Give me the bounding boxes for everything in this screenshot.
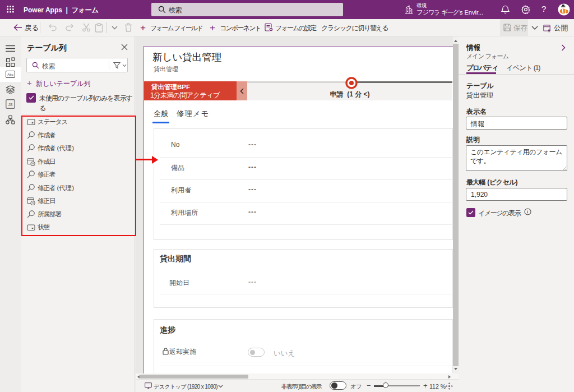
svg-text:Abc: Abc [7, 73, 13, 76]
svg-text:JS: JS [8, 103, 13, 107]
